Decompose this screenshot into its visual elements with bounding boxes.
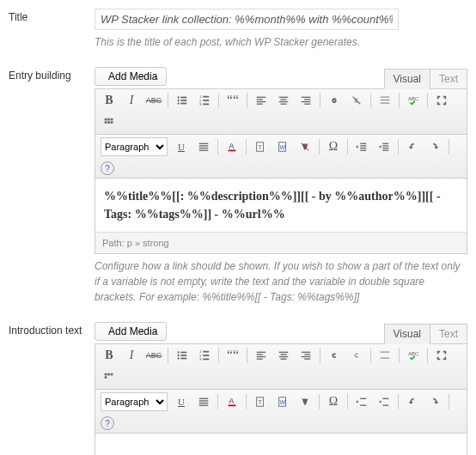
link-button[interactable] bbox=[326, 347, 343, 364]
svg-rect-88 bbox=[199, 400, 209, 401]
svg-point-2 bbox=[177, 96, 179, 98]
paste-text-button[interactable]: T bbox=[252, 393, 269, 410]
textcolor-button[interactable]: A bbox=[223, 393, 241, 410]
svg-rect-19 bbox=[281, 99, 287, 100]
align-center-button[interactable] bbox=[275, 92, 292, 109]
title-input[interactable] bbox=[95, 9, 399, 30]
number-list-button[interactable]: 123 bbox=[196, 92, 213, 109]
bold-button[interactable]: B bbox=[101, 92, 118, 109]
svg-text:ABC: ABC bbox=[408, 350, 419, 356]
svg-rect-52 bbox=[382, 148, 388, 149]
svg-rect-71 bbox=[257, 359, 263, 360]
svg-rect-72 bbox=[279, 352, 289, 353]
charmap-button[interactable]: Ω bbox=[325, 138, 342, 155]
paste-word-button[interactable]: W bbox=[274, 138, 291, 155]
undo-button[interactable] bbox=[404, 393, 421, 410]
add-media-button[interactable]: Add Media bbox=[95, 322, 167, 341]
svg-text:3: 3 bbox=[199, 102, 202, 106]
intro-content[interactable] bbox=[95, 434, 467, 455]
unlink-button[interactable] bbox=[348, 347, 365, 364]
svg-rect-33 bbox=[105, 121, 107, 124]
quote-button[interactable]: ““ bbox=[224, 92, 241, 109]
textcolor-button[interactable]: A bbox=[223, 138, 241, 155]
fullscreen-button[interactable] bbox=[433, 92, 450, 109]
indent-button[interactable] bbox=[375, 393, 393, 410]
unlink-button[interactable] bbox=[348, 92, 365, 109]
align-left-button[interactable] bbox=[253, 347, 270, 364]
help-button[interactable]: ? bbox=[101, 161, 114, 175]
strike-button[interactable]: ABC bbox=[145, 92, 162, 109]
help-button[interactable]: ? bbox=[101, 416, 114, 430]
indent-button[interactable] bbox=[375, 138, 393, 155]
svg-rect-13 bbox=[203, 104, 209, 106]
kitchensink-button[interactable] bbox=[101, 114, 118, 131]
kitchensink-button[interactable] bbox=[101, 369, 118, 386]
svg-rect-34 bbox=[107, 121, 110, 124]
justify-button[interactable] bbox=[195, 138, 212, 155]
svg-rect-22 bbox=[302, 97, 311, 98]
svg-rect-78 bbox=[302, 356, 311, 357]
outdent-button[interactable] bbox=[353, 138, 370, 155]
align-right-button[interactable] bbox=[297, 92, 314, 109]
svg-rect-51 bbox=[382, 145, 388, 146]
bold-button[interactable]: B bbox=[101, 347, 118, 364]
underline-button[interactable]: U bbox=[173, 393, 190, 410]
svg-rect-53 bbox=[382, 150, 388, 151]
more-button[interactable] bbox=[376, 92, 394, 109]
charmap-button[interactable]: Ω bbox=[325, 393, 342, 410]
redo-button[interactable] bbox=[426, 138, 443, 155]
tab-visual[interactable]: Visual bbox=[384, 324, 430, 344]
undo-button[interactable] bbox=[404, 138, 421, 155]
svg-rect-14 bbox=[257, 97, 266, 98]
svg-rect-80 bbox=[381, 352, 390, 353]
svg-rect-25 bbox=[304, 104, 310, 105]
outdent-button[interactable] bbox=[353, 393, 370, 410]
svg-text:W: W bbox=[280, 144, 286, 150]
redo-button[interactable] bbox=[426, 393, 443, 410]
tab-visual[interactable]: Visual bbox=[384, 69, 430, 89]
more-button[interactable] bbox=[376, 347, 394, 364]
spellcheck-button[interactable]: ABC bbox=[405, 347, 422, 364]
remove-format-button[interactable] bbox=[296, 138, 314, 155]
bullet-list-button[interactable] bbox=[174, 92, 191, 109]
underline-button[interactable]: U bbox=[173, 138, 190, 155]
svg-rect-70 bbox=[257, 356, 266, 357]
number-list-button[interactable]: 123 bbox=[196, 347, 213, 364]
add-media-button[interactable]: Add Media bbox=[95, 67, 167, 86]
svg-rect-68 bbox=[257, 352, 266, 353]
fullscreen-button[interactable] bbox=[433, 347, 450, 364]
paste-text-button[interactable]: T bbox=[252, 138, 269, 155]
add-media-label: Add Media bbox=[108, 70, 157, 82]
paragraph-select[interactable]: Paragraph bbox=[101, 392, 168, 411]
align-left-button[interactable] bbox=[253, 92, 270, 109]
svg-point-3 bbox=[177, 100, 179, 101]
svg-rect-89 bbox=[199, 403, 209, 403]
tab-text[interactable]: Text bbox=[430, 324, 467, 344]
align-center-button[interactable] bbox=[275, 347, 292, 364]
tab-text[interactable]: Text bbox=[430, 69, 467, 89]
align-right-button[interactable] bbox=[297, 347, 314, 364]
svg-rect-32 bbox=[111, 118, 113, 121]
paste-word-button[interactable]: W bbox=[274, 393, 291, 410]
svg-rect-99 bbox=[382, 398, 388, 399]
svg-rect-26 bbox=[381, 97, 390, 98]
justify-button[interactable] bbox=[195, 393, 212, 410]
svg-rect-76 bbox=[302, 352, 311, 353]
spellcheck-button[interactable]: ABC bbox=[405, 92, 422, 109]
svg-point-57 bbox=[177, 355, 179, 356]
strike-button[interactable]: ABC bbox=[145, 347, 162, 364]
paragraph-select[interactable]: Paragraph bbox=[101, 137, 168, 156]
svg-rect-47 bbox=[360, 145, 366, 146]
bullet-list-button[interactable] bbox=[174, 347, 191, 364]
italic-button[interactable]: I bbox=[123, 92, 140, 109]
svg-rect-98 bbox=[360, 405, 366, 406]
svg-rect-61 bbox=[180, 358, 186, 360]
link-button[interactable] bbox=[326, 92, 343, 109]
remove-format-button[interactable] bbox=[296, 393, 314, 410]
entry-content[interactable]: %%title%%[[: %%description%%]][[ - by %%… bbox=[95, 179, 467, 232]
title-desc: This is the title of each post, which WP… bbox=[95, 34, 467, 50]
italic-button[interactable]: I bbox=[123, 347, 140, 364]
svg-rect-65 bbox=[203, 351, 209, 353]
quote-button[interactable]: ““ bbox=[224, 347, 241, 364]
svg-rect-84 bbox=[107, 373, 110, 376]
